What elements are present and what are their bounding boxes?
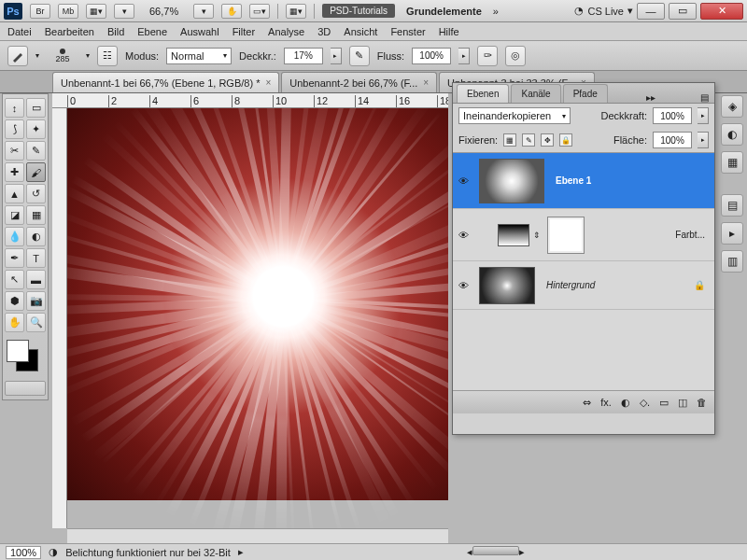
- menu-ansicht[interactable]: Ansicht: [344, 26, 377, 37]
- lock-transparency-icon[interactable]: ▦: [503, 133, 516, 147]
- status-zoom[interactable]: 100%: [6, 546, 41, 559]
- menu-ebene[interactable]: Ebene: [137, 26, 167, 37]
- ruler-vertical[interactable]: [52, 108, 67, 528]
- adjustments-panel-icon[interactable]: ▤: [721, 194, 743, 217]
- layer-opacity-arrow[interactable]: ▸: [698, 107, 709, 124]
- close-tab-icon[interactable]: ×: [423, 77, 429, 88]
- layer-row[interactable]: 👁 ⇕ Farbt...: [453, 209, 714, 261]
- move-tool[interactable]: ↕: [5, 98, 24, 118]
- path-tool[interactable]: ↖: [5, 270, 24, 289]
- eraser-tool[interactable]: ◪: [5, 205, 24, 225]
- hand-tool[interactable]: ✋: [5, 313, 24, 332]
- pen-tool[interactable]: ✒: [5, 248, 24, 268]
- brush-tool-icon[interactable]: [7, 46, 28, 66]
- 3d-camera-tool[interactable]: 📷: [26, 291, 46, 311]
- menu-3d[interactable]: 3D: [317, 26, 331, 37]
- zoom-level[interactable]: 66,7%: [142, 6, 186, 17]
- quickmask-toggle[interactable]: [5, 381, 46, 396]
- actions-panel-icon[interactable]: ▸: [721, 222, 743, 245]
- layer-blendmode-dropdown[interactable]: Ineinanderkopieren▾: [458, 107, 571, 124]
- status-scrollbar[interactable]: ◂▸: [251, 546, 741, 558]
- arrange-button[interactable]: ▾: [114, 4, 134, 19]
- menu-auswahl[interactable]: Auswahl: [180, 26, 219, 37]
- tool-preset-arrow[interactable]: ▾: [35, 51, 39, 60]
- lock-pixels-icon[interactable]: ✎: [522, 133, 535, 147]
- flow-slider-icon[interactable]: ▸: [458, 48, 470, 64]
- wand-tool[interactable]: ✦: [26, 119, 46, 139]
- lasso-tool[interactable]: ⟆: [5, 119, 24, 139]
- link-layers-icon[interactable]: ⇔: [583, 397, 591, 409]
- workspace-selector[interactable]: PSD-Tutorials: [322, 4, 395, 18]
- adjustment-thumbnail[interactable]: [498, 224, 529, 246]
- gradient-tool[interactable]: ▦: [26, 205, 46, 225]
- fill-input[interactable]: 100%: [653, 132, 692, 148]
- history-brush-tool[interactable]: ↺: [26, 184, 46, 203]
- minimize-button[interactable]: —: [637, 3, 665, 20]
- visibility-toggle-icon[interactable]: 👁: [453, 280, 473, 291]
- new-layer-icon[interactable]: ◫: [678, 397, 687, 409]
- fill-arrow[interactable]: ▸: [698, 132, 709, 148]
- brush-preview[interactable]: 285: [47, 49, 78, 63]
- tab-ebenen[interactable]: Ebenen: [457, 84, 509, 103]
- lock-position-icon[interactable]: ✥: [541, 133, 554, 147]
- cslive-label[interactable]: CS Live: [587, 6, 624, 17]
- workspace-chevron-icon[interactable]: »: [493, 6, 499, 17]
- visibility-toggle-icon[interactable]: 👁: [453, 175, 473, 187]
- eyedropper-tool[interactable]: ✎: [26, 141, 46, 161]
- fx-icon[interactable]: fx.: [600, 397, 612, 408]
- airbrush-icon[interactable]: ✑: [477, 46, 498, 66]
- trash-icon[interactable]: 🗑: [697, 397, 707, 408]
- menu-bearbeiten[interactable]: Bearbeiten: [45, 26, 94, 37]
- 3d-tool[interactable]: ⬢: [5, 291, 24, 311]
- history-panel-icon[interactable]: ▥: [721, 250, 743, 273]
- ruler-horizontal[interactable]: 0 2 4 6 8 10 12 14 16 18: [52, 93, 448, 108]
- view-extras-button[interactable]: ▦▾: [86, 4, 106, 19]
- foreground-swatch[interactable]: [7, 340, 29, 362]
- status-arrow-icon[interactable]: ▸: [238, 546, 244, 558]
- cslive-icon[interactable]: ◔: [574, 5, 584, 17]
- group-icon[interactable]: ▭: [659, 397, 669, 409]
- pressure-size-icon[interactable]: ◎: [505, 46, 526, 66]
- color-swatches[interactable]: [5, 338, 46, 375]
- type-tool[interactable]: T: [26, 248, 46, 268]
- doc-tab-2[interactable]: Unbenannt-2 bei 66,7% (F...×: [281, 72, 437, 92]
- blur-tool[interactable]: 💧: [5, 227, 24, 246]
- brush-tool[interactable]: 🖌: [26, 162, 46, 182]
- minibridge-button[interactable]: Mb: [58, 4, 78, 19]
- zoom-dropdown[interactable]: ▾: [193, 4, 214, 19]
- menu-filter[interactable]: Filter: [233, 26, 255, 37]
- layer-row[interactable]: 👁 Ebene 1: [453, 153, 714, 209]
- screen-mode-button[interactable]: ▭▾: [249, 4, 270, 19]
- opacity-input[interactable]: 17%: [284, 48, 323, 64]
- layer-name[interactable]: Ebene 1: [550, 175, 714, 186]
- swatches-panel-icon[interactable]: ◐: [721, 123, 743, 146]
- menu-analyse[interactable]: Analyse: [268, 26, 304, 37]
- canvas[interactable]: [67, 108, 448, 528]
- crop-tool[interactable]: ✂: [5, 141, 24, 161]
- menu-fenster[interactable]: Fenster: [390, 26, 425, 37]
- layer-opacity-input[interactable]: 100%: [653, 107, 692, 124]
- extras-button[interactable]: ▦▾: [286, 4, 306, 19]
- tab-kanaele[interactable]: Kanäle: [511, 84, 560, 103]
- layer-name[interactable]: Farbt...: [589, 230, 714, 240]
- menu-hilfe[interactable]: Hilfe: [439, 26, 459, 37]
- styles-panel-icon[interactable]: ▦: [721, 151, 743, 174]
- mask-icon[interactable]: ◐: [621, 397, 630, 409]
- close-tab-icon[interactable]: ×: [265, 77, 271, 88]
- heal-tool[interactable]: ✚: [5, 162, 24, 182]
- menu-datei[interactable]: Datei: [7, 26, 32, 37]
- layer-name[interactable]: Hintergrund: [541, 280, 694, 290]
- cslive-chevron-icon[interactable]: ▾: [627, 5, 633, 17]
- panel-menu-icon[interactable]: ▤: [695, 92, 714, 103]
- canvas-scrollbar-h[interactable]: [67, 528, 448, 543]
- status-nav-icon[interactable]: ◑: [49, 546, 58, 558]
- workspace-name[interactable]: Grundelemente: [402, 6, 486, 17]
- panel-collapse-icon[interactable]: ▸▸: [641, 92, 661, 103]
- pressure-opacity-icon[interactable]: ✎: [349, 46, 370, 66]
- tab-pfade[interactable]: Pfade: [563, 84, 608, 103]
- bridge-button[interactable]: Br: [30, 4, 50, 19]
- menu-bild[interactable]: Bild: [107, 26, 124, 37]
- lock-all-icon[interactable]: 🔒: [559, 133, 572, 147]
- shape-tool[interactable]: ▬: [26, 270, 46, 289]
- brush-panel-toggle[interactable]: ☷: [97, 46, 118, 66]
